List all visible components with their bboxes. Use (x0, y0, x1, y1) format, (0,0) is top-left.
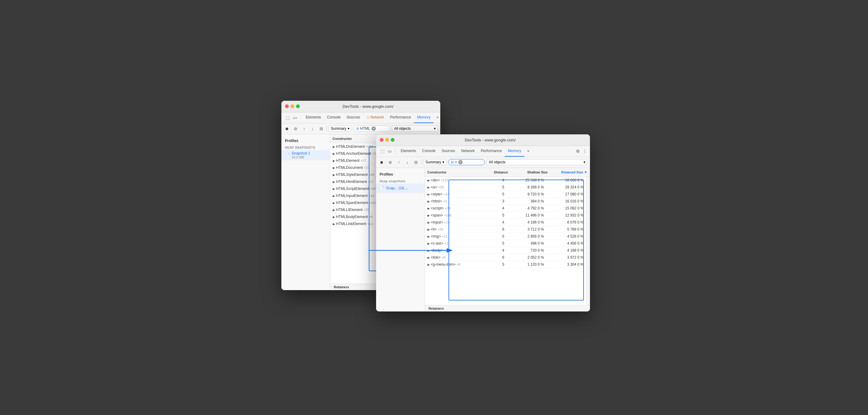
snapshot-item-front[interactable]: 📄 Snap... (18.... (376, 184, 425, 193)
tab-sources-back[interactable]: Sources (344, 112, 363, 123)
tab-bar-front: ⬚ ▭ Elements Console Sources Network Per… (376, 146, 590, 157)
clear-btn-front[interactable]: ⊘ (387, 159, 394, 165)
sidebar-title-front: Profiles (376, 171, 425, 178)
tab-more-back[interactable]: » (434, 112, 440, 123)
tab-bar-back: ⬚ ▭ Elements Console Sources ⚠ Network P… (281, 113, 440, 123)
table-row: ▶ <style> ×54 5 9 720 0 % 17 080 0 % (425, 191, 586, 198)
download-btn-front[interactable]: ↓ (404, 159, 411, 165)
divider-front (395, 149, 395, 154)
device-icon-back[interactable]: ▭ (292, 115, 298, 120)
action-bar-front: ⏺ ⊘ ↑ ↓ ⊟ Summary ▾ ⊟ < ✕ All objects ▾ (376, 157, 590, 168)
front-main: Profiles Heap snapshots 📄 Snap... (18...… (376, 168, 590, 312)
tab-memory-front[interactable]: Memory (505, 146, 524, 157)
filter-input-front[interactable]: ⊟ < ✕ (448, 159, 485, 165)
upload-btn-back[interactable]: ↑ (301, 125, 308, 132)
close-button-back[interactable] (285, 104, 289, 108)
snapshot-icon-front: 📄 (378, 185, 384, 191)
devtools-window-front: DevTools - www.google.com/ ⬚ ▭ Elements … (376, 134, 590, 312)
table-row: ▶ <input> ×14 4 4 196 0 % 6 076 0 % (425, 219, 586, 226)
clear-btn-back[interactable]: ⊘ (292, 125, 299, 132)
th-distance-front: Distance (486, 169, 510, 175)
tab-network-front[interactable]: Network (458, 146, 478, 157)
tab-network-back[interactable]: ⚠ Network (363, 112, 387, 123)
collect-btn-front[interactable]: ⊟ (413, 159, 420, 165)
all-objects-select-back[interactable]: All objects ▾ (392, 126, 438, 132)
devtools-icons-front: ⬚ ▭ (380, 149, 393, 154)
tab-performance-front[interactable]: Performance (478, 146, 505, 157)
minimize-button-back[interactable] (290, 104, 294, 108)
inspect-icon-front[interactable]: ⬚ (380, 149, 385, 154)
table-row: ▶ <li> ×35 6 3 712 0 % 5 768 0 % (425, 226, 586, 233)
titlebar-back: DevTools - www.google.com/ (281, 101, 440, 113)
traffic-lights-front (380, 138, 395, 142)
table-row: ▶ <script> ×33 4 4 792 0 % 15 092 0 % (425, 205, 586, 212)
more-icon-front[interactable]: ⋮ (582, 149, 588, 154)
sidebar-back: Profiles HEAP SNAPSHOTS 📄 Snapshot 1 16.… (281, 134, 330, 290)
record-btn-back[interactable]: ⏺ (284, 125, 290, 132)
action-bar-back: ⏺ ⊘ ↑ ↓ ⊟ Summary ▾ ⊟ HTML ✕ All objects… (281, 123, 440, 134)
filter-clear-front[interactable]: ✕ (458, 160, 463, 164)
sidebar-snapshot-back[interactable]: 📄 Snapshot 1 16.0 MB (281, 150, 330, 160)
tab-sources-front[interactable]: Sources (439, 146, 458, 157)
snapshot-icon-back: 📄 (285, 153, 290, 157)
th-constructor-front: Constructor (425, 169, 486, 175)
table-row: ▶ <body> ×3 4 720 0 % 4 188 0 % (425, 247, 586, 254)
tab-elements-back[interactable]: Elements (303, 112, 324, 123)
sidebar-section-back: HEAP SNAPSHOTS (281, 144, 330, 150)
tab-performance-back[interactable]: Performance (387, 112, 414, 123)
filter-icon-back: ⊟ (356, 127, 359, 131)
scrollbar-front[interactable] (586, 177, 590, 305)
tab-console-back[interactable]: Console (324, 112, 344, 123)
table-header-front: Constructor Distance Shallow Size Retain… (425, 168, 590, 177)
tab-console-front[interactable]: Console (419, 146, 439, 157)
traffic-lights-back (285, 104, 300, 108)
tab-more-front[interactable]: » (524, 146, 532, 157)
maximize-button-back[interactable] (296, 104, 300, 108)
table-row: ▶ <g-menu-item> ×8 5 1 120 0 % 3 304 0 % (425, 261, 586, 268)
close-button-front[interactable] (380, 138, 383, 142)
all-objects-select-front[interactable]: All objects ▾ (487, 159, 588, 165)
summary-select-back[interactable]: Summary ▾ (329, 126, 352, 132)
sidebar-section-front: Heap snapshots (376, 178, 425, 184)
table-row: ▶ <html> ×3 3 364 0 % 16 016 0 % (425, 198, 586, 205)
divider2-front (421, 160, 422, 165)
tab-elements-front[interactable]: Elements (398, 146, 419, 157)
summary-select-front[interactable]: Summary ▾ (424, 159, 446, 165)
table-row: ▶ <div> ×215 4 25 568 0 % 58 660 0 % (425, 177, 586, 184)
front-table-area: ▶ <div> ×215 4 25 568 0 % 58 660 0 % ▶ <… (425, 177, 590, 305)
filter-icon-front: ⊟ (451, 160, 454, 164)
minimize-button-front[interactable] (385, 138, 389, 142)
th-shallow-front: Shallow Size (510, 169, 550, 175)
collect-btn-back[interactable]: ⊟ (318, 125, 325, 132)
window-title-front: DevTools - www.google.com/ (395, 138, 586, 142)
divider2-back (327, 126, 327, 131)
tabs-front: Elements Console Sources Network Perform… (398, 146, 532, 157)
table-row: ▶ <link> ×9 6 2 052 0 % 3 972 0 % (425, 254, 586, 261)
sidebar-title-back: Profiles (281, 137, 330, 144)
table-row: ▶ <span> ×105 5 11 496 0 % 12 932 0 % (425, 212, 586, 219)
filter-clear-back[interactable]: ✕ (372, 126, 376, 131)
sidebar-front: Profiles Heap snapshots 📄 Snap... (18...… (376, 168, 425, 312)
table-wrapper-front: Constructor Distance Shallow Size Retain… (425, 168, 590, 312)
download-btn-back[interactable]: ↓ (310, 125, 316, 132)
window-title-back: DevTools - www.google.com/ (300, 104, 437, 109)
tabs-back: Elements Console Sources ⚠ Network Perfo… (303, 112, 440, 123)
upload-btn-front[interactable]: ↑ (396, 159, 402, 165)
table-row: ▶ <c-wiz> ×2 5 496 0 % 4 456 0 % (425, 240, 586, 247)
tab-memory-back[interactable]: Memory (414, 112, 433, 123)
retainers-bar-front: Retainers (425, 305, 590, 312)
table-row: ▶ <a> ×50 5 8 268 0 % 28 324 0 % (425, 184, 586, 191)
record-btn-front[interactable]: ⏺ (378, 159, 385, 165)
maximize-button-front[interactable] (391, 138, 395, 142)
inspect-icon-back[interactable]: ⬚ (285, 115, 290, 120)
settings-icon-front[interactable]: ⚙ (575, 149, 581, 154)
device-icon-front[interactable]: ▭ (387, 149, 393, 154)
th-retained-front: Retained Size ▼ (550, 169, 590, 175)
front-table-scroll[interactable]: ▶ <div> ×215 4 25 568 0 % 58 660 0 % ▶ <… (425, 177, 586, 305)
table-row: ▶ <img> ×11 5 2 856 0 % 4 528 0 % (425, 233, 586, 240)
filter-input-back[interactable]: ⊟ HTML ✕ (353, 126, 390, 132)
devtools-icons-back: ⬚ ▭ (285, 115, 298, 120)
titlebar-front: DevTools - www.google.com/ (376, 134, 590, 146)
